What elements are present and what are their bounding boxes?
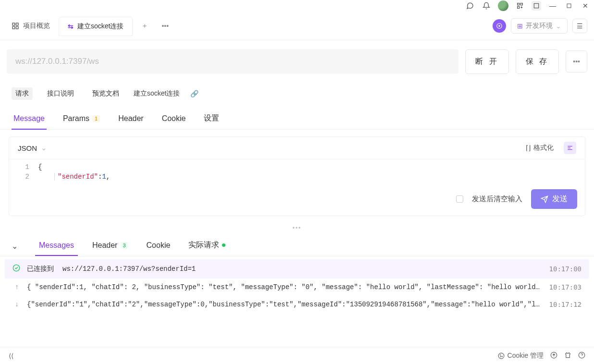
gutter: 1 2	[9, 162, 38, 182]
tab-messages-label: Messages	[39, 241, 74, 250]
add-tab-button[interactable]: ＋	[136, 19, 153, 33]
active-tab-label: 建立socket连接	[77, 22, 124, 31]
tab-message[interactable]: Message	[12, 109, 47, 129]
code-content: { "senderId":1,	[38, 162, 585, 182]
svg-point-13	[500, 354, 500, 355]
window-square-icon[interactable]	[532, 1, 541, 11]
check-circle-icon	[12, 264, 21, 274]
upload-icon[interactable]	[550, 352, 557, 360]
arrow-down-icon: ↓	[12, 301, 21, 308]
svg-point-14	[502, 356, 502, 356]
tab-request[interactable]: 请求	[12, 87, 33, 100]
link-icon[interactable]: 🔗	[190, 90, 198, 97]
doc-name-label: 建立socket连接	[134, 89, 180, 98]
svg-rect-4	[12, 26, 15, 29]
close-icon[interactable]: ✕	[581, 1, 590, 11]
run-indicator-icon[interactable]	[493, 19, 506, 33]
tab-header[interactable]: Header	[116, 109, 145, 129]
line-number: 1	[9, 162, 29, 172]
body-format-selector[interactable]: JSON ⌄	[18, 144, 47, 152]
tab-resp-cookie[interactable]: Cookie	[145, 237, 173, 255]
code-val: 1	[102, 173, 106, 181]
tab-actual-request-label: 实际请求	[188, 240, 219, 250]
save-button[interactable]: 保 存	[516, 49, 559, 74]
svg-rect-0	[534, 3, 538, 8]
clear-after-send-checkbox[interactable]	[456, 195, 463, 203]
tab-messages[interactable]: Messages	[37, 237, 76, 255]
header-badge: 3	[120, 242, 128, 249]
tab-cookie[interactable]: Cookie	[160, 109, 188, 129]
editor-header: JSON ⌄ ⌈⌋ 格式化	[9, 137, 585, 159]
cookie-management-button[interactable]: Cookie 管理	[498, 352, 544, 360]
line-number: 2	[9, 172, 29, 182]
svg-point-11	[13, 265, 19, 271]
clear-after-send-label: 发送后清空输入	[472, 194, 522, 204]
svg-point-7	[498, 25, 500, 27]
message-list: 已连接到 ws://127.0.0.1:7397/ws?senderId=1 1…	[0, 256, 594, 316]
tab-message-label: Message	[13, 114, 45, 123]
response-tabs: ⌄ Messages Header3 Cookie 实际请求	[0, 233, 594, 256]
collapse-sidebar-icon[interactable]: ⟨⟨	[9, 352, 13, 360]
url-input[interactable]	[7, 49, 458, 74]
message-body: {"senderId":"1","chatId":"2","messageTyp…	[27, 301, 544, 308]
env-label: 开发环境	[526, 22, 553, 30]
tab-more-button[interactable]: •••	[157, 19, 173, 33]
hamburger-menu-button[interactable]: ☰	[572, 19, 587, 33]
environment-selector[interactable]: ⊞ 开发环境 ⌄	[511, 18, 568, 34]
send-button-label: 发送	[552, 194, 568, 204]
collapse-icon[interactable]: ⌄	[12, 242, 18, 251]
websocket-icon: ⇆	[68, 23, 74, 30]
tab-cookie-label: Cookie	[162, 114, 186, 123]
tabs-row: 项目概览 ⇆ 建立socket连接 ＋ ••• ⊞ 开发环境 ⌄ ☰	[0, 12, 594, 40]
message-row-incoming[interactable]: ↓ {"senderId":"1","chatId":"2","messageT…	[5, 296, 589, 313]
env-icon: ⊞	[517, 22, 523, 30]
help-icon[interactable]	[578, 352, 585, 360]
arrow-up-icon: ↑	[12, 283, 21, 291]
tab-header-label: Header	[118, 114, 143, 123]
svg-rect-1	[567, 4, 571, 8]
tab-api-description[interactable]: 接口说明	[43, 87, 78, 100]
chevron-down-icon: ⌄	[41, 144, 47, 152]
tab-actual-request[interactable]: 实际请求	[186, 236, 227, 256]
chevron-down-icon: ⌄	[556, 22, 561, 30]
tab-params[interactable]: Params1	[61, 109, 102, 129]
code-tail: ,	[106, 173, 110, 181]
minimize-icon[interactable]: —	[548, 1, 557, 11]
message-row-outgoing[interactable]: ↑ { "senderId":1, "chatId": 2, "business…	[5, 279, 589, 296]
section-tabs: 请求 接口说明 预览文档 建立socket连接 🔗	[0, 83, 594, 102]
tab-resp-header[interactable]: Header3	[90, 237, 130, 255]
tab-settings-label: 设置	[204, 113, 219, 123]
sidebar-toggle-icon[interactable]	[564, 142, 576, 154]
avatar[interactable]	[498, 0, 508, 11]
editor-actions: 发送后清空输入 发送	[9, 185, 585, 216]
window-titlebar: — ✕	[0, 0, 594, 12]
code-editor[interactable]: 1 2 { "senderId":1,	[9, 159, 585, 185]
tab-preview-doc[interactable]: 预览文档	[88, 87, 123, 100]
message-row-connected[interactable]: 已连接到 ws://127.0.0.1:7397/ws?senderId=1 1…	[5, 259, 589, 279]
extension-icon[interactable]	[515, 1, 525, 11]
status-bar: ⟨⟨ Cookie 管理	[0, 347, 594, 364]
disconnect-button[interactable]: 断 开	[465, 49, 508, 74]
tab-params-label: Params	[63, 114, 89, 123]
svg-point-12	[498, 353, 504, 359]
send-icon	[541, 195, 548, 203]
status-dot-icon	[222, 243, 225, 247]
format-button[interactable]: ⌈⌋ 格式化	[522, 142, 557, 154]
editor-box: JSON ⌄ ⌈⌋ 格式化 1 2 { "senderId":1, 发送后清空输…	[9, 136, 585, 216]
project-overview-tab[interactable]: 项目概览	[7, 19, 55, 33]
more-actions-button[interactable]: •••	[566, 50, 587, 73]
url-row: 断 开 保 存 •••	[0, 40, 594, 83]
maximize-icon[interactable]	[564, 1, 574, 11]
message-timestamp: 10:17:00	[549, 265, 582, 273]
tab-resp-header-label: Header	[92, 241, 117, 250]
resize-handle[interactable]: •••	[0, 223, 594, 233]
send-button[interactable]: 发送	[531, 189, 577, 209]
chat-icon[interactable]	[465, 1, 475, 11]
active-file-tab[interactable]: ⇆ 建立socket连接	[59, 17, 133, 36]
shirt-icon[interactable]	[564, 352, 571, 360]
grid-icon	[12, 22, 19, 30]
notification-icon[interactable]	[482, 1, 491, 11]
params-badge: 1	[92, 115, 100, 122]
svg-rect-3	[16, 23, 18, 25]
tab-settings[interactable]: 设置	[202, 109, 221, 129]
